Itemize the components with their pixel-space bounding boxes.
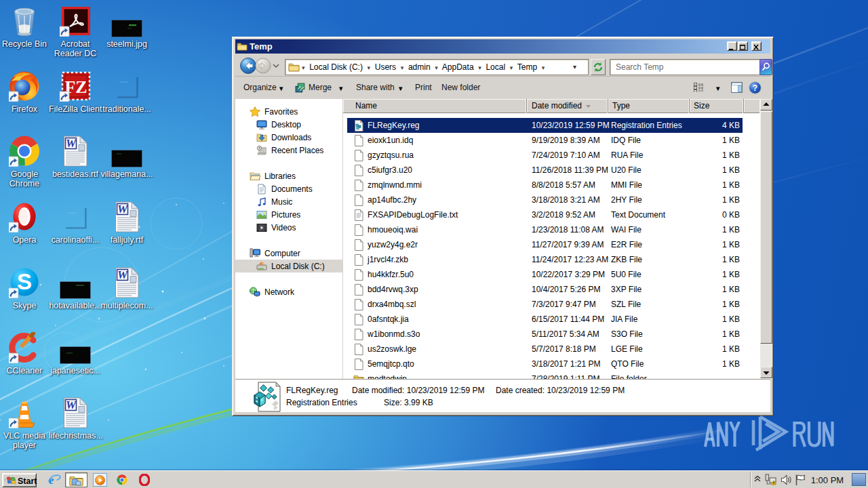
svg-text:W: W xyxy=(117,203,129,216)
svg-text:?: ? xyxy=(753,83,757,93)
svg-text:W: W xyxy=(117,268,129,281)
svg-text:W: W xyxy=(66,137,77,150)
svg-text:S: S xyxy=(17,269,32,294)
svg-text:W: W xyxy=(66,399,77,411)
